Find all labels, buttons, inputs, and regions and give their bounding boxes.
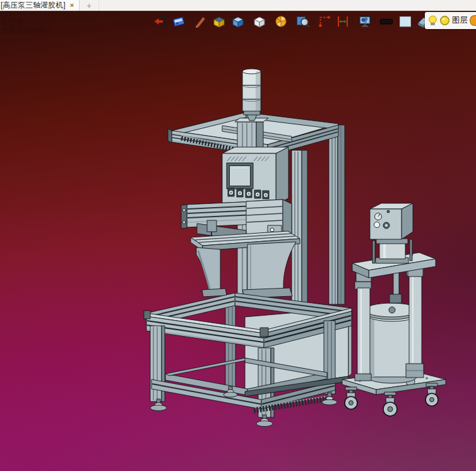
section-bar-icon [379, 14, 394, 29]
measure-icon [335, 14, 350, 29]
view-orientation-icon [171, 14, 186, 29]
dropdown-caret[interactable]: ▾ [289, 19, 292, 25]
machine-table[interactable] [144, 293, 352, 417]
new-tab-button[interactable]: + [80, 0, 99, 11]
sketch-pencil-icon [193, 14, 208, 29]
hint-line-1: 置热键 [1, 17, 52, 26]
dispense-head [207, 220, 217, 232]
view-orientation-button[interactable]: ▾ [171, 14, 189, 29]
document-tab-title: [高压泵三轴灌胶机] [1, 0, 66, 11]
tab-close-icon[interactable]: × [70, 2, 74, 9]
layer-panel[interactable]: 图层 [425, 12, 476, 29]
appearance-wheel-button[interactable]: ▾ [273, 14, 292, 29]
pump-cart[interactable] [342, 203, 446, 416]
wireframe-display-button[interactable]: ▾ [252, 14, 270, 29]
shaded-display-icon [230, 14, 246, 29]
document-tab[interactable]: [高压泵三轴灌胶机] × [0, 0, 80, 11]
measure-button[interactable]: ▾ [335, 14, 354, 29]
background-color-icon [398, 14, 413, 29]
wireframe-display-icon [252, 14, 267, 29]
appearance-wheel-icon [273, 14, 289, 29]
zoom-area-icon [295, 14, 311, 29]
dropdown-caret[interactable]: ▾ [373, 19, 376, 25]
render-settings-icon [357, 14, 372, 29]
dropdown-caret[interactable]: ▾ [246, 19, 249, 25]
layer-color-icon[interactable] [439, 15, 450, 26]
model-canvas[interactable] [0, 11, 476, 471]
dropdown-caret[interactable]: ▾ [351, 19, 354, 25]
shaded-display-button[interactable]: ▾ [230, 14, 249, 29]
section-bar-button[interactable] [379, 14, 394, 29]
trajectory-button[interactable] [317, 14, 332, 29]
render-settings-button[interactable]: ▾ [357, 14, 376, 29]
gantry-rear-column[interactable] [329, 125, 345, 304]
main-toolbar: ▾ ▾ [153, 13, 434, 30]
guide-cylinder-left [357, 288, 370, 375]
exit-icon [153, 14, 168, 29]
lightbulb-icon[interactable] [428, 15, 437, 27]
cad-viewport[interactable]: 置热键 来取消这些提示 [0, 11, 476, 471]
sketch-pencil-button[interactable] [193, 14, 208, 29]
tab-bar: [高压泵三轴灌胶机] × + [0, 0, 476, 11]
signal-tower-light[interactable] [242, 69, 261, 121]
dropdown-caret[interactable]: ▾ [311, 19, 314, 25]
dropdown-caret[interactable]: ▾ [268, 19, 270, 25]
zoom-area-button[interactable]: ▾ [295, 14, 314, 29]
gantry-front-column[interactable] [292, 150, 307, 308]
guide-cylinder-right [409, 275, 422, 365]
color-box-icon [211, 14, 227, 29]
hint-overlay: 置热键 来取消这些提示 [1, 17, 52, 35]
layer-label: 图层 [452, 15, 468, 26]
exit-button[interactable] [153, 14, 168, 29]
background-color-button[interactable] [398, 14, 413, 29]
layer-extra-icon[interactable] [470, 15, 476, 26]
color-box-button[interactable] [211, 14, 227, 29]
hint-line-2: 来取消这些提示 [1, 26, 52, 35]
trajectory-icon [317, 14, 332, 29]
dropdown-caret[interactable]: ▾ [187, 19, 189, 25]
